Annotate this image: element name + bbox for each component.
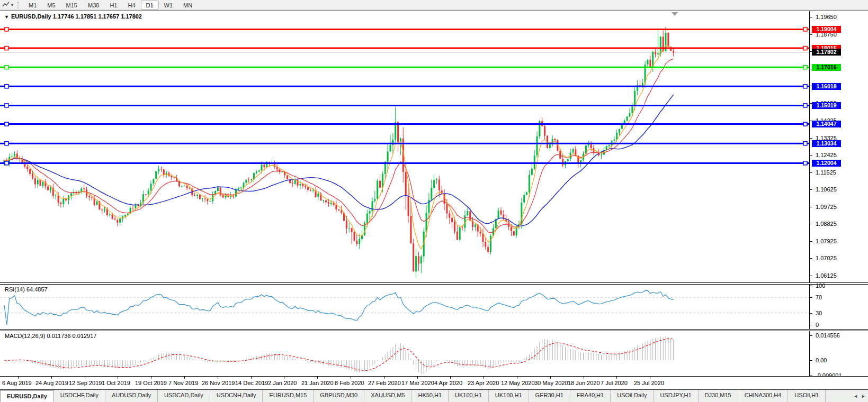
chart-tab-ger30-h1[interactable]: GER30,H1 <box>529 390 570 402</box>
price-tick-mark <box>810 224 812 224</box>
date-tick-mark <box>51 377 52 379</box>
date-label: 12 Sep 2019 <box>69 380 102 386</box>
rsi-panel: 100 70 30 0 <box>0 284 868 330</box>
price-tick-mark <box>810 138 812 139</box>
date-tick-mark <box>584 377 584 379</box>
toolbar-grip-handle[interactable] <box>17 2 20 8</box>
rsi-indicator-label: RSI(14) 64.4857 <box>5 286 48 293</box>
chart-tab-eurusd-m15[interactable]: EURUSD,M15 <box>263 390 314 402</box>
chart-tab-usdcad-daily[interactable]: USDCAD,Daily <box>158 390 210 402</box>
date-label: 7 Nov 2019 <box>168 380 198 386</box>
date-tick-mark <box>650 377 650 379</box>
date-tick-mark <box>484 377 484 379</box>
date-label: 12 May 2020 <box>501 380 535 386</box>
chart-shift-triangle-icon[interactable] <box>672 12 678 16</box>
price-level-badge: 1.14047 <box>812 121 841 127</box>
main-chart-panel: 1.19650 1.18750 1.17850 1.16950 1.16050 … <box>0 11 868 283</box>
chart-symbol-title: ▼EURUSD,Daily 1.17746 1.17851 1.17657 1.… <box>4 13 142 20</box>
date-tick-mark <box>151 377 151 379</box>
chart-tab-dj30-m15[interactable]: DJ30,M15 <box>699 390 738 402</box>
date-tick-mark <box>616 377 617 379</box>
current-price-badge: 1.17802 <box>812 49 841 56</box>
chart-tabs-bar: EURUSD,DailyUSDCHF,DailyAUDUSD,DailyUSDC… <box>0 389 868 402</box>
tab-scroll-left-icon[interactable]: ◄ <box>853 394 858 399</box>
date-label: 17 Mar 2020 <box>401 380 434 386</box>
date-label: 14 Dec 2019 <box>235 380 268 386</box>
macd-plot[interactable] <box>0 331 809 376</box>
price-level-badge: 1.12004 <box>812 160 841 167</box>
timeframe-button-mn[interactable]: MN <box>178 1 198 10</box>
chart-tab-china300-h4[interactable]: CHINA300,H4 <box>738 390 789 402</box>
date-label: 2 Jan 2020 <box>268 380 297 386</box>
chart-tab-hk50-h1[interactable]: HK50,H1 <box>411 390 449 402</box>
price-tick-mark <box>810 34 812 35</box>
chevron-down-icon: ▾ <box>11 3 13 7</box>
rsi-tick-label: 30 <box>816 310 822 316</box>
chart-tab-usdjpy-h1[interactable]: USDJPY,H1 <box>654 390 698 402</box>
timeframe-button-d1[interactable]: D1 <box>141 1 159 10</box>
date-tick-mark <box>251 377 252 379</box>
price-level-badge: 1.19004 <box>812 26 841 33</box>
price-tick-label: 1.09725 <box>816 204 837 210</box>
chart-tab-eurusd-daily[interactable]: EURUSD,Daily <box>0 390 54 402</box>
price-level-badge: 1.15019 <box>812 102 841 109</box>
chart-tab-usdcnh-daily[interactable]: USDCNH,Daily <box>210 390 263 402</box>
trading-app-window: ▾ M1M5M15M30H1H4D1W1MN 1.19650 1.18750 1… <box>0 0 868 402</box>
chart-tab-xauusd-m5[interactable]: XAUUSD,M5 <box>364 390 411 402</box>
price-tick-mark <box>810 155 812 156</box>
timeframe-button-m1[interactable]: M1 <box>23 1 42 10</box>
timeframe-button-h4[interactable]: H4 <box>122 1 140 10</box>
chart-tab-uk100-h1[interactable]: UK100,H1 <box>449 390 489 402</box>
rsi-plot[interactable] <box>0 285 809 329</box>
timeframe-toolbar: ▾ M1M5M15M30H1H4D1W1MN <box>0 0 868 10</box>
date-label: 8 Feb 2020 <box>335 380 364 386</box>
date-tick-mark <box>184 377 185 379</box>
timeframe-button-m30[interactable]: M30 <box>83 1 104 10</box>
timeframe-button-w1[interactable]: W1 <box>159 1 178 10</box>
price-chart-plot[interactable] <box>0 11 809 282</box>
date-label: 1 Oct 2019 <box>102 380 130 386</box>
tab-scroll-right-icon[interactable]: ► <box>861 394 866 399</box>
date-label: 19 Oct 2019 <box>135 380 167 386</box>
price-tick-label: 1.08825 <box>816 221 837 227</box>
macd-tick-label: 0.00 <box>816 357 827 363</box>
date-label: 18 Jun 2020 <box>568 380 600 386</box>
price-tick-mark <box>810 172 812 173</box>
timeframe-buttons: M1M5M15M30H1H4D1W1MN <box>23 1 198 10</box>
chart-tab-audusd-daily[interactable]: AUDUSD,Daily <box>105 390 158 402</box>
timeframe-button-h1[interactable]: H1 <box>104 1 122 10</box>
timeframe-button-m15[interactable]: M15 <box>61 1 83 10</box>
rsi-tick-label: 0 <box>816 322 819 328</box>
date-tick-mark <box>351 377 351 379</box>
date-label: 27 Feb 2020 <box>368 380 401 386</box>
date-tick-mark <box>18 377 19 379</box>
chart-type-button[interactable]: ▾ <box>0 0 16 10</box>
price-tick-mark <box>810 189 812 190</box>
price-level-badge: 1.16018 <box>812 83 841 90</box>
date-tick-mark <box>284 377 284 379</box>
date-tick-mark <box>317 377 318 379</box>
chart-tab-usdchf-daily[interactable]: USDCHF,Daily <box>54 390 105 402</box>
price-tick-label: 1.06125 <box>816 272 837 279</box>
chart-tabs: EURUSD,DailyUSDCHF,DailyAUDUSD,DailyUSDC… <box>0 390 826 402</box>
price-level-badge: 1.13034 <box>812 140 841 147</box>
date-label: 23 Apr 2020 <box>468 380 499 386</box>
date-tick-mark <box>450 377 451 379</box>
date-tick-mark <box>118 377 118 379</box>
chart-tab-gbpusd-m30[interactable]: GBPUSD,M30 <box>314 390 364 402</box>
date-label: 7 Jul 2020 <box>601 380 628 386</box>
timeframe-button-m5[interactable]: M5 <box>42 1 60 10</box>
symbol-marker-icon: ▼ <box>4 14 9 20</box>
chart-tab-fra40-h1[interactable]: FRA40,H1 <box>570 390 611 402</box>
chart-title-text: EURUSD,Daily 1.17746 1.17851 1.17657 1.1… <box>11 13 142 20</box>
price-level-badge: 1.17016 <box>812 64 841 71</box>
price-tick-mark <box>810 276 812 276</box>
tab-scroll-buttons: ◄ ► <box>851 390 868 402</box>
date-tick-mark <box>85 377 85 379</box>
date-tick-mark <box>550 377 551 379</box>
chart-tab-uk100-h1[interactable]: UK100,H1 <box>489 390 529 402</box>
chart-tab-usoil-h1[interactable]: USOil,H1 <box>788 390 826 402</box>
macd-tick-mark <box>810 376 812 376</box>
date-label: 6 Aug 2019 <box>2 380 32 386</box>
chart-tab-usoil-daily[interactable]: USOil,Daily <box>611 390 654 402</box>
